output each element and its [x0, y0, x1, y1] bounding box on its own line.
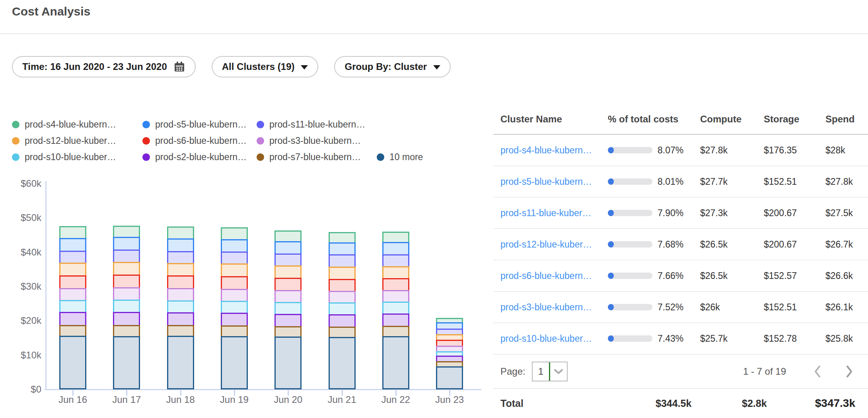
col-header-storage: Storage: [764, 114, 825, 125]
bar-segment-10-more: [59, 336, 86, 389]
legend-item-prod-s7[interactable]: prod-s7-blue-kubern…: [257, 152, 377, 163]
cluster-link[interactable]: prod-s12-blue-kuber…: [500, 239, 608, 250]
bar-segment-prod-s5: [329, 242, 356, 255]
legend-item-prod-s5[interactable]: prod-s5-blue-kubern…: [142, 119, 257, 130]
bar-segment-prod-s12: [329, 267, 356, 280]
table-header: Cluster Name % of total costs Compute St…: [493, 104, 868, 135]
legend-swatch-icon: [142, 137, 150, 145]
bar-segment-prod-s10: [167, 300, 194, 314]
chevron-down-icon: [550, 362, 567, 381]
stacked-bar-jun-18: [167, 226, 194, 389]
bar-segment-prod-s6: [382, 278, 409, 291]
legend-item-prod-s12[interactable]: prod-s12-blue-kuber…: [12, 135, 142, 146]
clusters-filter-pill[interactable]: All Clusters (19): [212, 56, 319, 77]
spend-value: $27.5k: [825, 208, 868, 219]
legend-item-10-more[interactable]: 10 more: [377, 152, 423, 163]
bar-segment-prod-s12: [59, 263, 86, 277]
legend-label: prod-s5-blue-kubern…: [155, 119, 247, 130]
group-by-label: Group By: Cluster: [344, 61, 427, 72]
legend-swatch-icon: [377, 153, 384, 161]
legend-item-prod-s3[interactable]: prod-s3-blue-kubern…: [257, 135, 377, 146]
compute-value: $26.5k: [700, 239, 764, 250]
col-header-spend: Spend: [825, 114, 868, 125]
group-by-filter-pill[interactable]: Group By: Cluster: [334, 56, 451, 77]
cluster-link[interactable]: prod-s4-blue-kubern…: [500, 145, 608, 156]
storage-value: $152.51: [764, 176, 825, 187]
cost-analysis-page: Cost Analysis Time: 16 Jun 2020 - 23 Jun…: [0, 0, 868, 418]
bar-segment-10-more: [113, 336, 140, 389]
legend-swatch-icon: [257, 153, 264, 161]
bar-segment-prod-s5: [113, 237, 140, 251]
storage-value: $200.67: [764, 208, 825, 219]
calendar-icon: [173, 61, 185, 73]
bar-segment-prod-s10: [329, 302, 356, 315]
bar-segment-prod-s12: [382, 266, 409, 279]
clusters-filter-label: All Clusters (19): [222, 61, 295, 72]
total-storage: $2.8k: [742, 398, 767, 409]
chevron-down-icon: [301, 65, 308, 70]
compute-value: $27.3k: [700, 208, 764, 219]
cost-table: Cluster Name % of total costs Compute St…: [493, 0, 868, 418]
prev-page-button[interactable]: [811, 364, 824, 379]
table-row: prod-s6-blue-kubern…7.66%$26.5k$152.57$2…: [493, 260, 868, 292]
storage-value: $200.67: [764, 239, 825, 250]
cluster-link[interactable]: prod-s6-blue-kubern…: [500, 271, 608, 281]
x-axis-label: Jun 16: [45, 394, 101, 405]
pct-bar-track: [608, 335, 652, 342]
table-row: prod-s10-blue-kuber…7.43%$25.7k$152.78$2…: [493, 323, 868, 354]
pct-bar-fill: [608, 210, 614, 216]
bar-segment-prod-s5: [274, 241, 302, 255]
pct-bar-track: [608, 178, 652, 185]
page-label: Page:: [500, 366, 525, 377]
bar-segment-prod-s3: [382, 290, 409, 303]
stacked-bar-jun-17: [113, 226, 140, 389]
next-page-button[interactable]: [843, 364, 856, 379]
table-body: prod-s4-blue-kubern…8.07%$27.8k$176.35$2…: [493, 135, 868, 354]
legend-item-prod-s6[interactable]: prod-s6-blue-kubern…: [142, 135, 257, 146]
bar-segment-prod-s5: [221, 239, 248, 253]
legend-swatch-icon: [257, 121, 264, 128]
legend-label: prod-s11-blue-kubern…: [269, 119, 365, 130]
pct-value: 8.07%: [658, 145, 683, 156]
x-axis-label: Jun 17: [99, 394, 154, 405]
bar-segment-prod-s3: [113, 287, 140, 301]
pagination: Page: 1 1 - 7 of 19: [493, 354, 868, 389]
y-axis-label: $10k: [0, 350, 41, 361]
cost-chart: $0$10k$20k$30k$40k$50k$60kJun 16Jun 17Ju…: [0, 171, 493, 418]
page-select[interactable]: 1: [532, 362, 568, 381]
legend-item-prod-s10[interactable]: prod-s10-blue-kuber…: [12, 152, 142, 163]
stacked-bar-jun-22: [382, 232, 409, 389]
y-axis-label: $0: [0, 384, 41, 395]
legend-item-prod-s4[interactable]: prod-s4-blue-kubern…: [12, 119, 142, 130]
cluster-link[interactable]: prod-s3-blue-kubern…: [500, 302, 608, 313]
bar-segment-prod-s11: [274, 254, 302, 267]
legend-swatch-icon: [12, 137, 19, 145]
y-axis-label: $60k: [0, 178, 41, 189]
x-axis-label: Jun 22: [368, 394, 424, 405]
bar-segment-10-more: [436, 366, 463, 389]
legend-swatch-icon: [142, 121, 150, 128]
cluster-link[interactable]: prod-s5-blue-kubern…: [500, 176, 608, 187]
bar-segment-prod-s6: [221, 276, 248, 290]
pct-bar-track: [608, 273, 652, 279]
table-row: prod-s4-blue-kubern…8.07%$27.8k$176.35$2…: [493, 135, 868, 166]
bar-segment-prod-s4: [221, 227, 248, 240]
cluster-link[interactable]: prod-s11-blue-kuber…: [500, 208, 608, 219]
legend-item-prod-s2[interactable]: prod-s2-blue-kubern…: [142, 152, 257, 163]
bar-segment-prod-s6: [59, 275, 86, 289]
cluster-link[interactable]: prod-s10-blue-kuber…: [500, 333, 608, 344]
bar-segment-prod-s7: [167, 325, 194, 337]
time-range-filter-pill[interactable]: Time: 16 Jun 2020 - 23 Jun 2020: [12, 56, 196, 77]
total-label: Total: [500, 398, 524, 409]
table-row: prod-s12-blue-kuber…7.68%$26.5k$200.67$2…: [493, 229, 868, 260]
table-row: prod-s5-blue-kubern…8.01%$27.7k$152.51$2…: [493, 166, 868, 197]
bar-segment-prod-s4: [59, 226, 86, 239]
bar-segment-prod-s7: [274, 326, 302, 338]
bar-segment-10-more: [329, 337, 356, 389]
bar-segment-prod-s6: [167, 275, 194, 289]
storage-value: $152.78: [764, 333, 825, 344]
bar-segment-10-more: [221, 336, 248, 389]
legend-item-prod-s11[interactable]: prod-s11-blue-kubern…: [257, 119, 377, 130]
bar-segment-prod-s4: [167, 226, 194, 240]
pct-of-total-cell: 8.07%: [608, 145, 700, 156]
